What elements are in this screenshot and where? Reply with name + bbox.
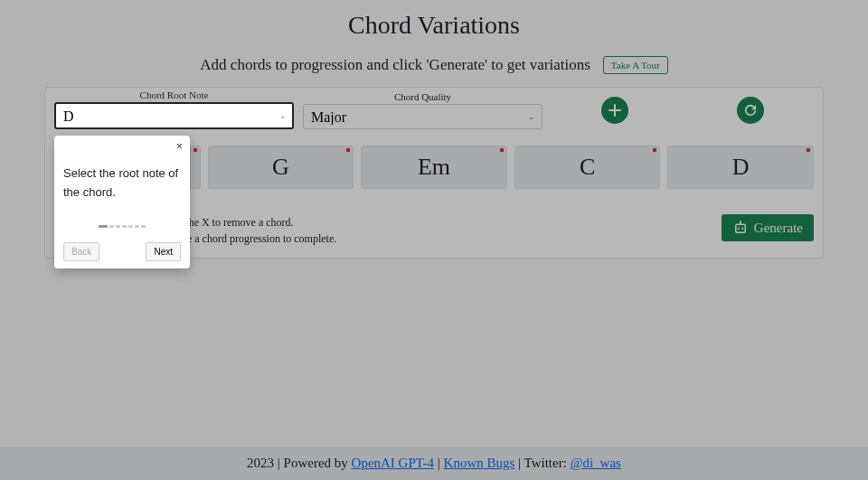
progress-dot: [135, 225, 139, 228]
chord-card[interactable]: C: [514, 146, 661, 189]
remove-chord-button[interactable]: [653, 148, 656, 152]
popover-text: Select the root note of the chord.: [63, 165, 181, 202]
refresh-icon: [744, 104, 757, 117]
root-note-column: Chord Root Note D ⌄: [54, 89, 294, 129]
chord-label: Em: [418, 154, 450, 181]
svg-point-3: [740, 221, 741, 222]
root-note-label: Chord Root Note: [54, 89, 294, 100]
popover-buttons: Back Next: [63, 242, 181, 261]
robot-icon: [732, 220, 749, 236]
generate-button[interactable]: Generate: [722, 214, 814, 241]
refresh-column: [687, 91, 814, 129]
svg-point-2: [741, 228, 743, 230]
subtitle-row: Add chords to progression and click 'Gen…: [0, 56, 868, 74]
plus-icon: [609, 104, 621, 117]
controls-row: Chord Root Note D ⌄ Chord Quality Major …: [54, 88, 814, 129]
footer: 2023 | Powered by OpenAI GPT-4 | Known B…: [0, 447, 868, 480]
remove-chord-button[interactable]: [500, 148, 504, 152]
footer-sep: | Twitter:: [514, 456, 570, 470]
chord-card[interactable]: Em: [361, 146, 507, 189]
svg-point-1: [737, 228, 739, 230]
progress-dot: [99, 225, 108, 228]
subtitle-text: Add chords to progression and click 'Gen…: [200, 56, 590, 73]
popover-progress-dots: [63, 215, 181, 231]
quality-column: Chord Quality Major ⌄: [303, 91, 542, 129]
svg-rect-0: [736, 225, 746, 233]
chord-label: D: [732, 154, 750, 181]
remove-chord-button[interactable]: [346, 148, 350, 152]
progress-dot: [128, 225, 133, 228]
page-title: Chord Variations: [0, 0, 868, 43]
root-note-select[interactable]: D: [54, 102, 294, 129]
add-chord-button[interactable]: [601, 97, 628, 124]
chord-label: G: [272, 154, 289, 181]
popover-close-button[interactable]: ×: [176, 141, 183, 152]
quality-label: Chord Quality: [303, 91, 542, 102]
popover-back-button[interactable]: Back: [63, 242, 99, 261]
take-tour-button[interactable]: Take A Tour: [603, 56, 668, 74]
quality-select[interactable]: Major: [303, 104, 542, 129]
footer-link-gpt4[interactable]: OpenAI GPT-4: [352, 456, 435, 470]
chord-card[interactable]: D: [667, 146, 814, 189]
chord-card[interactable]: G: [208, 146, 354, 189]
footer-sep: |: [434, 456, 444, 470]
progress-dot: [109, 225, 114, 228]
footer-link-twitter[interactable]: @di_was: [571, 456, 621, 470]
remove-chord-button[interactable]: [807, 148, 810, 152]
progress-dot: [122, 225, 127, 228]
generate-label: Generate: [754, 221, 803, 236]
footer-prefix: 2023 | Powered by: [247, 456, 352, 470]
progress-dot: [141, 225, 146, 228]
popover-next-button[interactable]: Next: [146, 242, 181, 261]
progress-dot: [116, 225, 120, 228]
tour-popover: × Select the root note of the chord. Bac…: [54, 136, 190, 268]
chord-label: C: [580, 154, 595, 181]
add-column: [552, 91, 678, 129]
refresh-button[interactable]: [737, 97, 764, 124]
footer-link-bugs[interactable]: Known Bugs: [444, 456, 515, 470]
remove-chord-button[interactable]: [193, 148, 197, 152]
